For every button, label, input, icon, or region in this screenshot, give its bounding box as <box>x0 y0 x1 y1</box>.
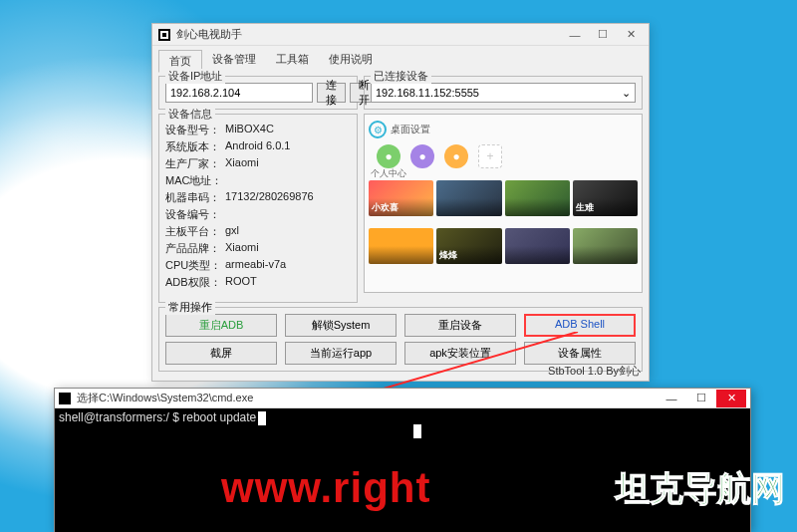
window-title: 剑心电视助手 <box>176 27 561 42</box>
cmd-block-cursor <box>413 424 421 438</box>
statusbar-text: StbTool 1.0 By剑心 <box>548 364 641 379</box>
info-row: ADB权限：ROOT <box>165 275 351 290</box>
media-thumb[interactable] <box>505 228 570 264</box>
info-row: 生产厂家：Xiaomi <box>165 156 351 171</box>
screenshot-button[interactable]: 截屏 <box>165 342 277 365</box>
app-icon <box>158 29 170 41</box>
launcher-icon[interactable]: ● <box>444 144 468 168</box>
ip-group-label: 设备IP地址 <box>165 69 225 84</box>
maximize-button[interactable]: ☐ <box>589 25 617 45</box>
media-thumb[interactable] <box>436 180 501 216</box>
chevron-down-icon: ⌄ <box>622 87 631 100</box>
media-thumb[interactable]: 小欢喜 <box>369 180 433 216</box>
device-props-button[interactable]: 设备属性 <box>524 342 636 365</box>
info-row: 产品品牌：Xiaomi <box>165 241 351 256</box>
cmd-icon <box>59 393 71 404</box>
info-row: CPU类型：armeabi-v7a <box>165 258 351 273</box>
launcher-icon[interactable]: ● <box>410 144 434 168</box>
tab-toolbox[interactable]: 工具箱 <box>266 49 319 72</box>
launcher-icon[interactable]: + <box>478 144 502 168</box>
ip-group: 设备IP地址 连接 断开 <box>158 76 358 110</box>
info-row: 设备型号：MiBOX4C <box>165 123 351 137</box>
media-thumb[interactable] <box>369 228 433 264</box>
cmd-maximize-button[interactable]: ☐ <box>686 390 716 407</box>
device-info-label: 设备信息 <box>165 107 215 122</box>
preview-badge: 桌面设置 <box>391 123 430 136</box>
running-app-button[interactable]: 当前运行app <box>285 342 397 365</box>
cmd-titlebar: 选择C:\Windows\System32\cmd.exe — ☐ ✕ <box>55 389 750 408</box>
connect-button[interactable]: 连接 <box>317 83 346 103</box>
reboot-device-button[interactable]: 重启设备 <box>404 314 516 337</box>
cmd-minimize-button[interactable]: — <box>657 390 686 407</box>
info-row: 机器串码：17132/280269876 <box>165 190 351 205</box>
minimize-button[interactable]: — <box>561 25 589 45</box>
ops-label: 常用操作 <box>165 300 215 315</box>
cmd-close-button[interactable]: ✕ <box>716 390 746 407</box>
watermark-1: www.right <box>221 464 430 512</box>
cmd-line: shell@transformers:/ $ reboot update <box>59 410 256 424</box>
launcher-icon[interactable]: ●个人中心 <box>377 144 400 168</box>
ip-input[interactable] <box>165 83 313 103</box>
media-thumb[interactable]: 生难 <box>573 180 638 216</box>
gear-icon: ⚙ <box>369 121 387 138</box>
info-row: 系统版本：Android 6.0.1 <box>165 139 351 154</box>
unlock-system-button[interactable]: 解锁System <box>285 314 397 337</box>
cmd-cursor <box>258 411 266 425</box>
media-thumb[interactable] <box>573 228 638 264</box>
apk-location-button[interactable]: apk安装位置 <box>404 342 516 365</box>
common-ops-group: 常用操作 重启ADB解锁System重启设备ADB Shell截屏当前运行app… <box>158 307 643 372</box>
titlebar: 剑心电视助手 — ☐ ✕ <box>152 24 649 46</box>
cmd-title: 选择C:\Windows\System32\cmd.exe <box>77 391 657 405</box>
info-row: MAC地址： <box>165 173 351 188</box>
main-window: 剑心电视助手 — ☐ ✕ 首页 设备管理 工具箱 使用说明 设备IP地址 连接 … <box>151 23 650 382</box>
adb-shell-button[interactable]: ADB Shell <box>524 314 636 337</box>
info-row: 主板平台：gxl <box>165 224 351 239</box>
connected-device-select[interactable]: 192.168.11.152:5555 ⌄ <box>371 83 636 103</box>
device-info-group: 设备信息 设备型号：MiBOX4C系统版本：Android 6.0.1生产厂家：… <box>158 114 358 303</box>
media-thumb[interactable]: 烽烽 <box>436 228 501 264</box>
connected-label: 已连接设备 <box>371 69 431 84</box>
watermark-2: 坦克导航网 <box>616 466 785 512</box>
connected-value: 192.168.11.152:5555 <box>376 87 479 99</box>
media-thumb[interactable] <box>505 180 570 216</box>
close-button[interactable]: ✕ <box>617 25 645 45</box>
connected-group: 已连接设备 192.168.11.152:5555 ⌄ <box>364 76 643 110</box>
restart-adb-button[interactable]: 重启ADB <box>165 314 277 337</box>
desktop-preview: ⚙ 桌面设置 ●个人中心●●+ 小欢喜生难 烽烽 <box>364 114 643 293</box>
info-row: 设备编号： <box>165 207 351 222</box>
